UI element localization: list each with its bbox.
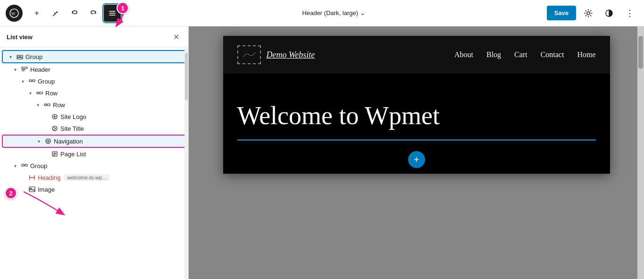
tree-item-page-list[interactable]: ▾ Page List bbox=[2, 148, 186, 160]
svg-rect-9 bbox=[20, 55, 23, 57]
preview-hero: Welcome to Wpmet + bbox=[223, 74, 610, 160]
tree-item-row-2[interactable]: ▾ Row bbox=[2, 99, 186, 110]
page-list-icon bbox=[51, 150, 59, 158]
add-block-button[interactable]: + bbox=[28, 5, 45, 22]
preview-site-title: Demo Website bbox=[267, 50, 315, 60]
svg-rect-27 bbox=[22, 164, 24, 166]
chevron-icon: ▾ bbox=[11, 66, 19, 73]
tree-item-image[interactable]: ▾ Image bbox=[2, 184, 186, 195]
image-icon bbox=[28, 186, 36, 193]
tree-item-heading[interactable]: ▾ Heading welcome-to-wp... bbox=[2, 172, 186, 183]
tree-label: Site Logo bbox=[60, 113, 86, 120]
preview-nav: About Blog Cart Contact Home bbox=[454, 51, 596, 59]
close-sidebar-button[interactable]: ✕ bbox=[170, 31, 182, 42]
preview-scrollbar-thumb bbox=[638, 36, 643, 69]
svg-rect-8 bbox=[17, 55, 19, 57]
tree-item-site-logo[interactable]: ▾ Site Logo bbox=[2, 111, 186, 122]
chevron-down-icon: ⌄ bbox=[360, 9, 365, 17]
sidebar-title: List view bbox=[7, 34, 33, 41]
tree-item-row-1[interactable]: ▾ Row bbox=[2, 87, 186, 99]
svg-rect-14 bbox=[29, 80, 32, 82]
wp-logo[interactable]: W bbox=[6, 5, 23, 22]
tree-label: Row bbox=[53, 101, 65, 109]
tree-item-site-title[interactable]: ▾ Site Title bbox=[2, 123, 186, 134]
preview-add-block-button[interactable]: + bbox=[408, 151, 425, 168]
annotation-1: 1 bbox=[117, 2, 129, 14]
tree-label: Page List bbox=[60, 151, 86, 158]
svg-point-30 bbox=[31, 188, 32, 189]
svg-rect-10 bbox=[17, 58, 23, 59]
sidebar-scrollbar[interactable] bbox=[184, 48, 188, 279]
group-icon bbox=[28, 77, 36, 85]
svg-rect-19 bbox=[47, 104, 50, 106]
site-logo-icon bbox=[51, 113, 59, 120]
svg-text:W: W bbox=[11, 11, 16, 16]
chevron-icon: ▾ bbox=[26, 89, 34, 97]
site-title-icon bbox=[51, 125, 59, 132]
chevron-icon: ▾ bbox=[11, 162, 19, 169]
svg-rect-18 bbox=[44, 104, 46, 106]
annotation-2: 2 bbox=[5, 187, 17, 199]
sidebar-scrollbar-thumb bbox=[185, 53, 188, 100]
tree-label: Row bbox=[45, 90, 58, 97]
chevron-icon: ▾ bbox=[35, 137, 42, 145]
main-content: List view ✕ ▾ Group ▾ Header bbox=[0, 26, 644, 279]
svg-point-6 bbox=[587, 12, 590, 15]
group-icon bbox=[21, 162, 28, 169]
svg-rect-28 bbox=[25, 164, 27, 166]
svg-rect-17 bbox=[40, 92, 42, 94]
chevron-icon: ▾ bbox=[34, 101, 42, 109]
tree-label: Group bbox=[25, 53, 42, 60]
svg-point-21 bbox=[52, 126, 57, 131]
header-icon bbox=[21, 66, 28, 73]
chevron-icon: ▾ bbox=[19, 77, 26, 85]
heading-icon bbox=[28, 174, 36, 181]
tree-item-group-root[interactable]: ▾ Group bbox=[2, 50, 186, 63]
tree-item-navigation[interactable]: ▾ Navigation bbox=[2, 135, 186, 148]
preview-blue-line bbox=[237, 139, 596, 141]
row-icon bbox=[43, 101, 51, 109]
nav-item-blog: Blog bbox=[486, 51, 501, 59]
save-button[interactable]: Save bbox=[547, 6, 576, 20]
preview-area: Demo Website About Blog Cart Contact Hom… bbox=[189, 26, 644, 279]
svg-rect-15 bbox=[33, 80, 35, 82]
toolbar: W + 1 bbox=[0, 0, 644, 26]
sidebar: List view ✕ ▾ Group ▾ Header bbox=[0, 26, 189, 279]
heading-badge: welcome-to-wp... bbox=[64, 174, 109, 181]
nav-item-about: About bbox=[454, 51, 473, 59]
tree-label: Site Title bbox=[60, 125, 84, 132]
row-icon bbox=[36, 89, 43, 97]
more-options-button[interactable]: ⋮ bbox=[621, 5, 638, 22]
tree-label: Navigation bbox=[54, 138, 83, 145]
svg-rect-16 bbox=[37, 92, 39, 94]
sidebar-header: List view ✕ bbox=[0, 26, 188, 48]
preview-hero-title: Welcome to Wpmet bbox=[237, 102, 596, 130]
tree-item-group-1[interactable]: ▾ Group bbox=[2, 76, 186, 87]
nav-item-contact: Contact bbox=[541, 51, 564, 59]
chevron-icon: ▾ bbox=[7, 53, 14, 60]
settings-button[interactable] bbox=[580, 5, 597, 22]
tree-label: Header bbox=[30, 66, 50, 73]
redo-button[interactable] bbox=[85, 5, 102, 22]
tree-container[interactable]: ▾ Group ▾ Header ▾ Group bbox=[0, 48, 188, 279]
preview-scrollbar[interactable] bbox=[637, 26, 644, 279]
preview-logo-area: Demo Website bbox=[237, 45, 315, 64]
group-icon bbox=[16, 53, 24, 60]
tree-label: Group bbox=[30, 162, 47, 169]
tree-item-group-2[interactable]: ▾ Group bbox=[2, 160, 186, 171]
toolbar-right: Save ⋮ bbox=[547, 5, 638, 22]
navigation-icon bbox=[44, 137, 52, 145]
document-title[interactable]: Header (Dark, large) ⌄ bbox=[302, 9, 366, 17]
nav-item-cart: Cart bbox=[514, 51, 527, 59]
preview-header: Demo Website About Blog Cart Contact Hom… bbox=[223, 36, 610, 74]
tree-label: Image bbox=[38, 186, 55, 193]
tree-item-header[interactable]: ▾ Header bbox=[2, 64, 186, 75]
tree-label: Group bbox=[38, 78, 55, 85]
nav-item-home: Home bbox=[577, 51, 595, 59]
undo-button[interactable] bbox=[66, 5, 83, 22]
tools-button[interactable] bbox=[47, 5, 64, 22]
preview-logo-box bbox=[237, 45, 261, 64]
tree-label: Heading bbox=[38, 174, 60, 181]
contrast-button[interactable] bbox=[601, 5, 618, 22]
toolbar-center: Header (Dark, large) ⌄ bbox=[123, 9, 545, 17]
